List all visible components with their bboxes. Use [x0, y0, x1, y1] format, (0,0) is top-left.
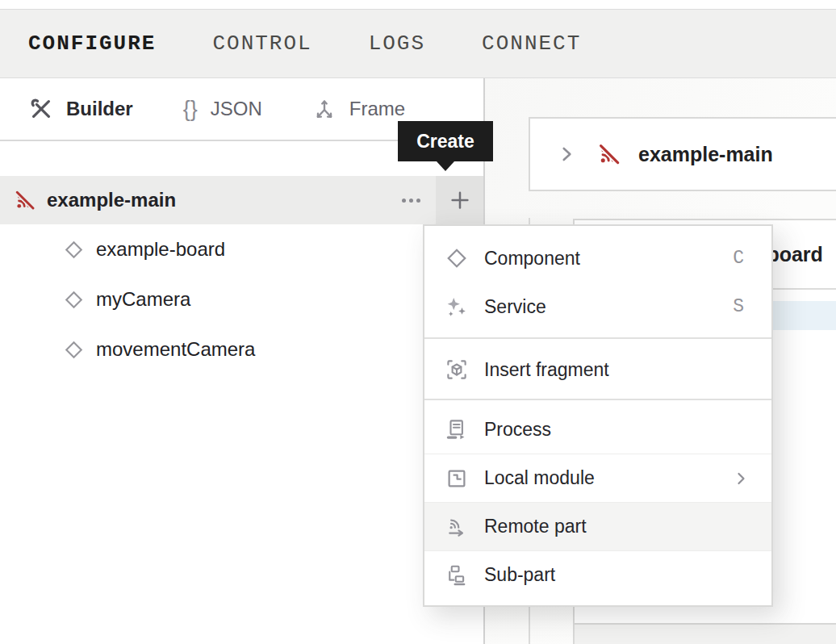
- menu-item-label: Component: [484, 248, 580, 270]
- shortcut-key: S: [733, 296, 744, 317]
- menu-item-process[interactable]: Process: [424, 405, 771, 454]
- frame-axes-icon: [312, 97, 336, 121]
- local-module-icon: [445, 466, 469, 491]
- menu-group-fragment: Insert fragment: [424, 337, 771, 399]
- top-strip: [0, 0, 836, 9]
- machine-name: example-main: [47, 189, 176, 211]
- menu-group-advanced: Process Local module: [424, 399, 771, 605]
- menu-item-label: Local module: [484, 467, 595, 489]
- tooltip-arrow: [437, 161, 454, 171]
- tree-row-myCamera[interactable]: myCamera: [0, 274, 483, 324]
- tab-control[interactable]: CONTROL: [212, 31, 311, 56]
- menu-item-label: Remote part: [484, 516, 587, 537]
- menu-item-label: Insert fragment: [484, 359, 609, 381]
- component-diamond-icon: [63, 239, 85, 261]
- remote-signal-icon: [445, 515, 469, 539]
- process-script-icon: [445, 417, 469, 441]
- machine-row-actions: [392, 176, 483, 224]
- shortcut-key: C: [733, 248, 744, 269]
- braces-icon: {}: [183, 97, 198, 122]
- more-options-icon: [402, 199, 406, 203]
- plus-icon: [448, 188, 472, 212]
- mode-builder-label: Builder: [66, 98, 133, 120]
- card-title: example-main: [638, 143, 773, 166]
- component-diamond-icon: [445, 246, 469, 270]
- menu-item-component[interactable]: Component C: [424, 234, 771, 282]
- menu-item-service[interactable]: Service S: [424, 282, 771, 331]
- machine-tree: example-main: [0, 176, 483, 374]
- menu-item-label: Process: [484, 419, 551, 441]
- service-sparkles-icon: [445, 295, 469, 319]
- mode-frame[interactable]: Frame: [312, 97, 405, 121]
- resource-tree-panel: Builder {} JSON Frame: [0, 78, 483, 644]
- child-name: myCamera: [96, 288, 190, 311]
- create-resource-button[interactable]: [436, 176, 483, 224]
- more-options-button[interactable]: [392, 176, 429, 224]
- mode-builder[interactable]: Builder: [29, 97, 133, 121]
- tree-row-example-board[interactable]: example-board: [0, 224, 483, 274]
- tab-configure[interactable]: CONFIGURE: [28, 31, 156, 56]
- tree-row-example-main[interactable]: example-main: [0, 176, 483, 224]
- menu-item-label: Sub-part: [484, 564, 555, 586]
- mode-json-label: JSON: [211, 98, 262, 120]
- menu-item-insert-fragment[interactable]: Insert fragment: [424, 345, 771, 394]
- mode-frame-label: Frame: [349, 98, 405, 120]
- create-tooltip-label: Create: [416, 131, 474, 153]
- card-example-main[interactable]: example-main: [529, 117, 836, 191]
- tree-row-movementCamera[interactable]: movementCamera: [0, 324, 483, 374]
- sub-part-icon: [445, 563, 469, 588]
- component-diamond-icon: [63, 289, 85, 311]
- tab-logs[interactable]: LOGS: [369, 31, 425, 56]
- create-menu: Component C Service S: [423, 224, 773, 607]
- submenu-chevron-icon: [731, 469, 750, 488]
- menu-item-local-module[interactable]: Local module: [424, 454, 771, 502]
- menu-item-sub-part[interactable]: Sub-part: [424, 550, 771, 599]
- create-tooltip: Create: [398, 121, 493, 161]
- mode-json[interactable]: {} JSON: [183, 97, 262, 122]
- tools-icon: [29, 97, 53, 121]
- tab-connect[interactable]: CONNECT: [482, 31, 581, 56]
- menu-item-remote-part[interactable]: Remote part: [424, 502, 771, 550]
- component-diamond-icon: [63, 339, 85, 361]
- child-name: movementCamera: [96, 338, 255, 361]
- machine-offline-icon: [596, 141, 622, 167]
- fragment-cube-icon: [445, 358, 469, 382]
- menu-item-label: Service: [484, 296, 546, 318]
- main-nav: CONFIGURE CONTROL LOGS CONNECT: [0, 9, 836, 78]
- chevron-right-icon[interactable]: [556, 144, 577, 165]
- card-footer: [575, 623, 836, 644]
- machine-offline-icon: [13, 188, 37, 212]
- viam-configure-page: CONFIGURE CONTROL LOGS CONNECT Builder {…: [0, 0, 836, 644]
- menu-group-resources: Component C Service S: [424, 226, 771, 337]
- child-name: example-board: [96, 238, 225, 261]
